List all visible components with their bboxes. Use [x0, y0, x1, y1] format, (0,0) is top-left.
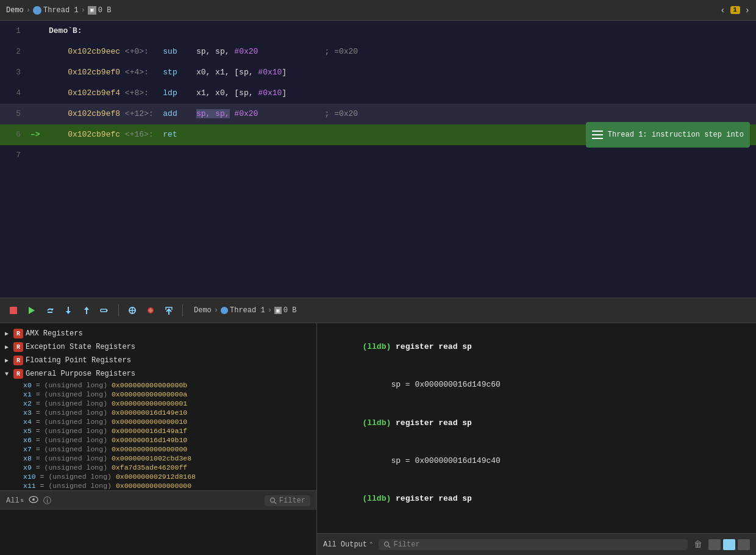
reg-group-amx-name: AMX Registers [26, 329, 83, 338]
code-line-4: 4 0x102cb9ef4 <+8>: ldp x1, x0, [sp, #0x… [0, 83, 756, 104]
filter-search-icon [269, 497, 277, 504]
console-result-text-2: sp = 0x000000016d149c40 [362, 456, 500, 465]
svg-point-17 [32, 498, 35, 501]
nav-back-button[interactable]: ‹ [720, 5, 725, 15]
registers-filter[interactable]: Filter [265, 495, 310, 506]
console-filter-input[interactable]: Filter [379, 539, 688, 550]
instruction-step-button[interactable] [98, 303, 112, 318]
thread-icon [33, 6, 41, 15]
tooltip-menu-icon[interactable] [592, 131, 603, 139]
share-button[interactable] [162, 303, 176, 318]
line-num-6: 6 [0, 124, 30, 145]
registers-panel: ▶ R AMX Registers ▶ R Exception State Re… [0, 323, 317, 555]
step-out-button[interactable] [79, 303, 94, 318]
collapse-triangle: ▶ [5, 330, 11, 337]
layout-split-icon[interactable] [723, 539, 735, 550]
toolbar: Demo › Thread 1 › ▣ 0 B [0, 298, 756, 323]
breadcrumb: Demo › Thread 1 › ▣ 0 B [6, 6, 111, 15]
line-num-7: 7 [0, 145, 30, 166]
line-arrow-6: –> [30, 124, 49, 145]
top-bar-right: ‹ 1 › [720, 5, 750, 15]
breadcrumb-demo[interactable]: Demo [6, 6, 24, 15]
top-bar: Demo › Thread 1 › ▣ 0 B ‹ 1 › [0, 0, 756, 21]
console-output: (lldb) register read sp sp = 0x000000016… [317, 323, 756, 533]
reg-group-gp-name: General Purpose Registers [26, 370, 135, 378]
console-cmd-3: register read sp [391, 494, 472, 503]
svg-rect-0 [10, 307, 17, 314]
toolbar-bc-demo[interactable]: Demo [194, 306, 212, 315]
console-result-1: sp = 0x000000016d149c60 [324, 366, 749, 404]
svg-marker-1 [29, 307, 35, 314]
reg-group-exception-header[interactable]: ▶ R Exception State Registers [0, 340, 316, 354]
code-text-5: 0x102cb9ef8 <+12>: add sp, sp, #0x20 ; =… [49, 104, 756, 124]
toolbar-sep-2 [182, 304, 183, 317]
svg-point-18 [270, 498, 274, 502]
layout-triple-icon[interactable] [738, 539, 750, 550]
code-line-1: 1 Demo`B: [0, 21, 756, 41]
bottom-pane: ▶ R AMX Registers ▶ R Exception State Re… [0, 323, 756, 555]
reg-group-fp-header[interactable]: ▶ R Floating Point Registers [0, 354, 316, 367]
reg-entries-gp: x0 = (unsigned long) 0x000000000000000b … [0, 381, 316, 490]
collapse-triangle: ▶ [5, 343, 11, 351]
code-text-2: 0x102cb9eec <+0>: sub sp, sp, #0x20 ; =0… [49, 41, 756, 62]
file-icon: ▣ [88, 6, 96, 15]
console-panel: (lldb) register read sp sp = 0x000000016… [317, 323, 756, 555]
nav-forward-button[interactable]: › [745, 5, 750, 15]
layout-single-icon[interactable] [708, 539, 721, 550]
toolbar-sep-1 [118, 304, 119, 317]
console-search-icon [383, 541, 391, 548]
console-filter-placeholder: Filter [393, 540, 419, 549]
reg-group-amx-header[interactable]: ▶ R AMX Registers [0, 327, 316, 340]
filter-placeholder: Filter [279, 496, 305, 505]
breakpoint-button[interactable] [143, 303, 158, 318]
line-num-1: 1 [0, 21, 30, 41]
toolbar-breadcrumb: Demo › Thread 1 › ▣ 0 B [194, 306, 296, 315]
step-in-button[interactable] [61, 303, 76, 318]
thread-button[interactable] [125, 303, 140, 318]
reg-group-gp-header[interactable]: ▼ R General Purpose Registers [0, 367, 316, 381]
output-filter-label: All Output [323, 540, 367, 549]
toolbar-file-icon: ▣ [274, 307, 282, 314]
reg-entry-x1: x1 = (unsigned long) 0x000000000000000a [18, 390, 316, 399]
code-area: 1 Demo`B: 2 0x102cb9eec <+0>: sub sp, sp… [0, 21, 756, 298]
svg-line-21 [388, 546, 390, 548]
stop-button[interactable] [6, 303, 21, 318]
all-registers-label[interactable]: All ⇅ [6, 496, 24, 505]
console-prompt-3: (lldb) [362, 494, 391, 503]
chevron-down-icon: ⌃ [369, 541, 373, 548]
code-text-3: 0x102cb9ef0 <+4>: stp x0, x1, [sp, #0x10… [49, 62, 756, 83]
delete-icon[interactable]: 🗑 [694, 540, 702, 550]
toolbar-bc-thread[interactable]: Thread 1 [221, 306, 265, 315]
reg-entry-x6: x6 = (unsigned long) 0x000000016d149b10 [18, 435, 316, 445]
eye-icon[interactable] [29, 496, 38, 506]
breadcrumb-file[interactable]: ▣ 0 B [88, 6, 112, 15]
reg-badge-gp: R [13, 369, 23, 379]
svg-line-19 [274, 502, 276, 504]
line-num-2: 2 [0, 41, 30, 62]
svg-marker-9 [106, 309, 108, 312]
console-result-text-1: sp = 0x000000016d149c60 [362, 380, 500, 389]
reg-entry-x5: x5 = (unsigned long) 0x000000016d149a1f [18, 426, 316, 435]
reg-badge-fp: R [13, 356, 23, 365]
status-right: Filter [265, 495, 310, 506]
reg-entry-x11: x11 = (unsigned long) 0x0000000000000000 [18, 481, 316, 490]
registers-status-bar: All ⇅ ⓘ Filter [0, 490, 316, 510]
line-num-3: 3 [0, 62, 30, 83]
line-num-4: 4 [0, 83, 30, 104]
output-filter-select[interactable]: All Output ⌃ [323, 540, 373, 549]
toolbar-bc-file[interactable]: ▣ 0 B [274, 306, 297, 315]
code-line-5: 5 0x102cb9ef8 <+12>: add sp, sp, #0x20 ;… [0, 104, 756, 124]
svg-marker-7 [84, 307, 89, 310]
console-footer: All Output ⌃ Filter 🗑 [317, 533, 756, 555]
reg-group-exception-name: Exception State Registers [26, 343, 135, 351]
reg-group-fp-name: Floating Point Registers [26, 356, 131, 365]
breadcrumb-thread[interactable]: Thread 1 [33, 6, 79, 15]
continue-button[interactable] [24, 303, 39, 318]
svg-point-20 [385, 542, 389, 546]
step-over-button[interactable] [43, 303, 57, 318]
svg-marker-5 [66, 311, 71, 314]
line-tooltip: Thread 1: instruction step into [586, 122, 750, 148]
console-prompt-2: (lldb) [362, 418, 391, 428]
reg-entry-x0: x0 = (unsigned long) 0x000000000000000b [18, 381, 316, 390]
info-icon[interactable]: ⓘ [43, 495, 51, 506]
